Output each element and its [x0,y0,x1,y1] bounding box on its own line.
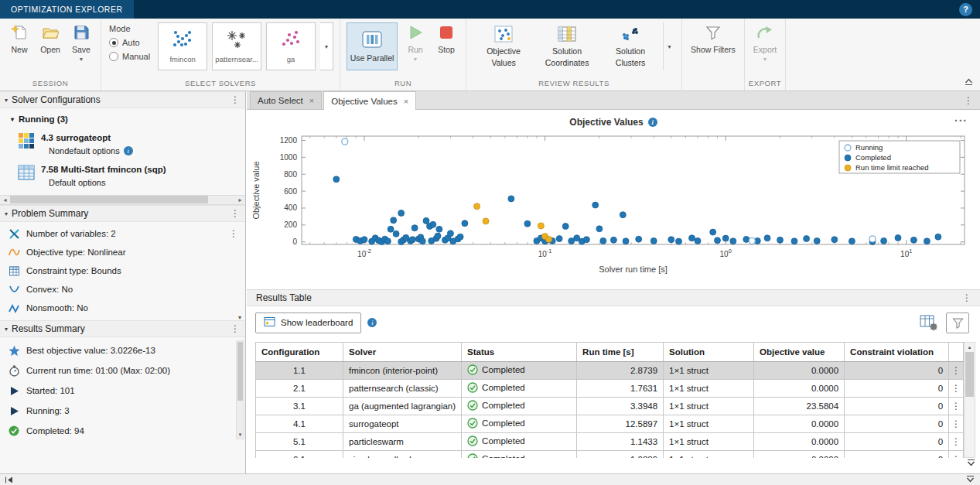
point-completed[interactable] [722,235,729,241]
point-completed[interactable] [384,238,391,244]
collapse-ribbon-icon[interactable] [964,75,974,89]
export-button[interactable]: Export ▼ [751,22,779,63]
stop-button[interactable]: Stop [433,22,459,56]
row-menu-button[interactable]: ⋮ [949,380,964,398]
point-completed[interactable] [388,226,394,232]
summary-item-variables[interactable]: Number of variables: 2 ⋮ [0,224,245,243]
review-results-dropdown-button[interactable]: ▼ [663,22,675,70]
point-completed[interactable] [435,233,441,239]
point-completed[interactable] [715,237,721,244]
info-icon[interactable]: i [648,118,657,127]
column-header-configuration[interactable]: Configuration [256,343,343,362]
help-button[interactable]: ? [959,3,972,16]
mode-manual-radio[interactable]: Manual [109,52,150,61]
summary-item-objective-type[interactable]: Objective type: Nonlinear [0,243,245,261]
point-completed[interactable] [447,231,453,237]
point-running[interactable] [342,138,348,145]
scroll-down-icon[interactable]: ▾ [237,432,244,439]
config-item-multistart-fmincon[interactable]: 7.58 Multi-Start fmincon (sqp) Default o… [0,159,245,191]
collapse-chevron-icon[interactable]: ▾ [5,97,8,104]
point-completed[interactable] [419,238,425,244]
collapse-table-panel-icon[interactable] [966,456,976,470]
solution-coordinates-button[interactable]: Solution Coordinates [536,22,598,70]
point-completed[interactable] [831,237,838,243]
point-completed[interactable] [636,236,642,242]
point-run-time-limit-reached[interactable] [483,218,489,224]
summary-item-best-objective[interactable]: Best objective value: 3.0226e-13 [0,340,234,360]
point-completed[interactable] [814,237,820,244]
scroll-down-icon[interactable]: ▾ [238,314,241,321]
point-completed[interactable] [596,226,603,232]
point-completed[interactable] [462,220,468,227]
row-menu-button[interactable]: ⋮ [949,362,964,380]
run-button[interactable]: Run ▼ [402,22,429,63]
point-completed[interactable] [409,237,415,243]
point-completed[interactable] [524,220,531,227]
point-completed[interactable] [436,226,442,232]
point-completed[interactable] [562,224,569,230]
point-completed[interactable] [583,237,589,243]
point-completed[interactable] [881,237,887,244]
scroll-up-icon[interactable]: ▴ [965,343,975,352]
scrollbar-thumb[interactable] [965,352,974,397]
save-dropdown-icon[interactable]: ▼ [79,56,84,62]
scroll-right-icon[interactable]: ▸ [235,195,245,205]
running-group-header[interactable]: ▾ Running (3) [0,111,245,128]
use-parallel-toggle[interactable]: Use Parallel [347,22,398,70]
row-menu-button[interactable]: ⋮ [949,415,964,433]
solution-clusters-button[interactable]: Solution Clusters [599,22,661,70]
summary-item-convex[interactable]: Convex: No [0,280,245,299]
column-header-objective-value[interactable]: Objective value [754,343,845,362]
point-completed[interactable] [391,217,397,224]
tab-overflow-menu-icon[interactable]: ⋮ [957,95,980,106]
chart-options-menu-icon[interactable]: ··· [954,114,968,127]
point-completed[interactable] [600,237,606,244]
tab-auto-select[interactable]: Auto Select × [250,91,322,109]
point-completed[interactable] [804,236,810,242]
point-completed[interactable] [777,237,784,243]
column-header-solution[interactable]: Solution [664,343,754,362]
column-header-constraint-violation[interactable]: Constraint violation [845,343,949,362]
point-completed[interactable] [361,237,367,243]
row-menu-button[interactable]: ⋮ [949,451,964,459]
summary-item-started[interactable]: Started: 101 [0,381,234,401]
info-icon[interactable]: i [367,318,377,327]
item-menu-icon[interactable]: ⋮ [228,228,239,239]
scrollbar-thumb[interactable] [10,196,208,203]
point-running[interactable] [749,237,755,244]
point-completed[interactable] [592,202,599,208]
summary-item-run-time[interactable]: Current run time: 01:00 (Max: 02:00) [0,360,234,381]
point-completed[interactable] [895,235,901,241]
table-columns-settings-button[interactable] [917,313,940,333]
tab-objective-values[interactable]: Objective Values × [323,91,416,110]
solvers-dropdown-button[interactable]: ▼ [320,22,333,70]
open-button[interactable]: Open [37,22,63,56]
point-run-time-limit-reached[interactable] [474,203,480,210]
solver-patternsearch-button[interactable]: patternsear... [212,22,261,70]
table-row-6.1[interactable]: 6.1simulannealbndCompleted1.03391×1 stru… [256,451,964,459]
point-completed[interactable] [457,234,463,240]
point-completed[interactable] [650,237,657,244]
solver-configurations-header[interactable]: ▾ Solver Configurations ⋮ [0,91,245,108]
show-filters-button[interactable]: Show Filters [688,22,738,56]
point-completed[interactable] [924,238,930,244]
section-menu-icon[interactable]: ⋮ [961,292,972,303]
save-button[interactable]: Save ▼ [68,22,94,63]
problem-summary-header[interactable]: ▾ Problem Summary ⋮ [0,205,245,222]
info-icon[interactable]: i [124,146,133,155]
summary-item-constraint-type[interactable]: Constraint type: Bounds [0,261,245,280]
results-table[interactable]: ConfigurationSolverStatusRun time [s]Sol… [255,342,964,458]
table-row-3.1[interactable]: 3.1ga (augmented lagrangian)Completed3.3… [256,398,964,415]
export-dropdown-icon[interactable]: ▼ [763,56,768,62]
point-completed[interactable] [620,212,626,218]
point-completed[interactable] [668,237,674,243]
results-table-header[interactable]: Results Table ⋮ [247,289,980,306]
point-completed[interactable] [556,236,562,242]
collapse-chevron-icon[interactable]: ▾ [5,210,8,217]
point-completed[interactable] [695,237,701,244]
point-completed[interactable] [730,238,736,244]
point-completed[interactable] [849,238,855,244]
point-completed[interactable] [333,176,340,183]
summary-item-nonsmooth[interactable]: Nonsmooth: No [0,299,245,317]
scrollbar-thumb[interactable] [237,342,243,401]
